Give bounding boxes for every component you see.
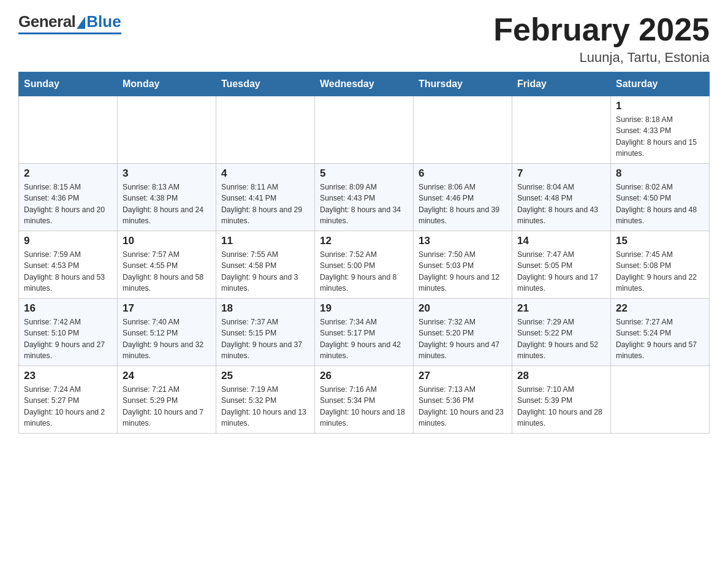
- day-info: Sunrise: 7:37 AMSunset: 5:15 PMDaylight:…: [221, 316, 309, 361]
- calendar-day-cell: 23Sunrise: 7:24 AMSunset: 5:27 PMDayligh…: [19, 366, 118, 434]
- calendar-day-cell: [315, 96, 414, 164]
- day-info: Sunrise: 8:02 AMSunset: 4:50 PMDaylight:…: [616, 182, 704, 226]
- calendar-day-cell: 18Sunrise: 7:37 AMSunset: 5:15 PMDayligh…: [216, 299, 315, 366]
- day-number: 15: [616, 235, 704, 247]
- calendar-day-cell: [118, 96, 216, 164]
- day-info: Sunrise: 7:19 AMSunset: 5:32 PMDaylight:…: [221, 384, 309, 429]
- calendar-day-cell: [19, 96, 118, 164]
- day-info: Sunrise: 7:10 AMSunset: 5:39 PMDaylight:…: [517, 384, 605, 429]
- page-header: General Blue February 2025 Luunja, Tartu…: [18, 12, 710, 66]
- day-info: Sunrise: 8:09 AMSunset: 4:43 PMDaylight:…: [320, 182, 408, 226]
- calendar-day-cell: 26Sunrise: 7:16 AMSunset: 5:34 PMDayligh…: [315, 366, 414, 434]
- calendar-week-row: 16Sunrise: 7:42 AMSunset: 5:10 PMDayligh…: [19, 299, 710, 366]
- month-title: February 2025: [493, 12, 710, 47]
- day-info: Sunrise: 7:40 AMSunset: 5:12 PMDaylight:…: [123, 316, 211, 361]
- calendar-day-cell: 2Sunrise: 8:15 AMSunset: 4:36 PMDaylight…: [19, 164, 118, 231]
- calendar-day-cell: 13Sunrise: 7:50 AMSunset: 5:03 PMDayligh…: [414, 231, 512, 299]
- calendar-week-row: 23Sunrise: 7:24 AMSunset: 5:27 PMDayligh…: [19, 366, 710, 434]
- calendar-day-cell: [216, 96, 315, 164]
- calendar-week-row: 2Sunrise: 8:15 AMSunset: 4:36 PMDaylight…: [19, 164, 710, 231]
- calendar-day-cell: 7Sunrise: 8:04 AMSunset: 4:48 PMDaylight…: [512, 164, 611, 231]
- calendar-table: Sunday Monday Tuesday Wednesday Thursday…: [18, 72, 710, 434]
- day-number: 16: [24, 302, 112, 315]
- day-number: 27: [419, 370, 507, 382]
- day-info: Sunrise: 7:27 AMSunset: 5:24 PMDaylight:…: [616, 316, 704, 361]
- day-number: 24: [123, 370, 211, 382]
- day-info: Sunrise: 7:59 AMSunset: 4:53 PMDaylight:…: [24, 249, 112, 294]
- day-info: Sunrise: 8:11 AMSunset: 4:41 PMDaylight:…: [221, 182, 309, 226]
- calendar-day-cell: 20Sunrise: 7:32 AMSunset: 5:20 PMDayligh…: [414, 299, 512, 366]
- calendar-day-cell: 25Sunrise: 7:19 AMSunset: 5:32 PMDayligh…: [216, 366, 315, 434]
- calendar-day-cell: 1Sunrise: 8:18 AMSunset: 4:33 PMDaylight…: [611, 96, 710, 164]
- day-number: 17: [123, 302, 211, 315]
- day-info: Sunrise: 7:32 AMSunset: 5:20 PMDaylight:…: [419, 316, 507, 361]
- calendar-body: 1Sunrise: 8:18 AMSunset: 4:33 PMDaylight…: [19, 96, 710, 434]
- logo: General Blue: [18, 12, 121, 34]
- calendar-week-row: 9Sunrise: 7:59 AMSunset: 4:53 PMDaylight…: [19, 231, 710, 299]
- calendar-day-cell: 16Sunrise: 7:42 AMSunset: 5:10 PMDayligh…: [19, 299, 118, 366]
- day-number: 20: [419, 302, 507, 315]
- col-tuesday: Tuesday: [216, 72, 315, 96]
- day-number: 11: [221, 235, 309, 247]
- calendar-day-cell: 14Sunrise: 7:47 AMSunset: 5:05 PMDayligh…: [512, 231, 611, 299]
- day-number: 21: [517, 302, 605, 315]
- calendar-day-cell: 21Sunrise: 7:29 AMSunset: 5:22 PMDayligh…: [512, 299, 611, 366]
- day-info: Sunrise: 8:06 AMSunset: 4:46 PMDaylight:…: [419, 182, 507, 226]
- col-monday: Monday: [118, 72, 216, 96]
- logo-general-text: General: [18, 12, 75, 31]
- day-number: 8: [616, 167, 704, 180]
- day-number: 26: [320, 370, 408, 382]
- logo-triangle-icon: [77, 17, 85, 29]
- day-number: 3: [123, 167, 211, 180]
- day-number: 7: [517, 167, 605, 180]
- day-number: 13: [419, 235, 507, 247]
- day-number: 4: [221, 167, 309, 180]
- day-number: 2: [24, 167, 112, 180]
- day-info: Sunrise: 8:15 AMSunset: 4:36 PMDaylight:…: [24, 182, 112, 226]
- calendar-day-cell: 11Sunrise: 7:55 AMSunset: 4:58 PMDayligh…: [216, 231, 315, 299]
- header-row: Sunday Monday Tuesday Wednesday Thursday…: [19, 72, 710, 96]
- calendar-day-cell: 10Sunrise: 7:57 AMSunset: 4:55 PMDayligh…: [118, 231, 216, 299]
- day-number: 18: [221, 302, 309, 315]
- day-info: Sunrise: 7:52 AMSunset: 5:00 PMDaylight:…: [320, 249, 408, 294]
- calendar-day-cell: 28Sunrise: 7:10 AMSunset: 5:39 PMDayligh…: [512, 366, 611, 434]
- day-info: Sunrise: 7:55 AMSunset: 4:58 PMDaylight:…: [221, 249, 309, 294]
- col-sunday: Sunday: [19, 72, 118, 96]
- day-number: 28: [517, 370, 605, 382]
- day-info: Sunrise: 7:57 AMSunset: 4:55 PMDaylight:…: [123, 249, 211, 294]
- title-section: February 2025 Luunja, Tartu, Estonia: [493, 12, 710, 66]
- day-info: Sunrise: 7:47 AMSunset: 5:05 PMDaylight:…: [517, 249, 605, 294]
- day-number: 22: [616, 302, 704, 315]
- logo-blue-text: Blue: [86, 12, 121, 31]
- day-info: Sunrise: 7:16 AMSunset: 5:34 PMDaylight:…: [320, 384, 408, 429]
- calendar-day-cell: 24Sunrise: 7:21 AMSunset: 5:29 PMDayligh…: [118, 366, 216, 434]
- day-info: Sunrise: 7:50 AMSunset: 5:03 PMDaylight:…: [419, 249, 507, 294]
- day-info: Sunrise: 8:04 AMSunset: 4:48 PMDaylight:…: [517, 182, 605, 226]
- location-text: Luunja, Tartu, Estonia: [493, 50, 710, 66]
- calendar-day-cell: 12Sunrise: 7:52 AMSunset: 5:00 PMDayligh…: [315, 231, 414, 299]
- day-number: 10: [123, 235, 211, 247]
- day-info: Sunrise: 7:42 AMSunset: 5:10 PMDaylight:…: [24, 316, 112, 361]
- day-info: Sunrise: 8:18 AMSunset: 4:33 PMDaylight:…: [616, 114, 704, 159]
- day-info: Sunrise: 7:13 AMSunset: 5:36 PMDaylight:…: [419, 384, 507, 429]
- day-number: 12: [320, 235, 408, 247]
- day-number: 14: [517, 235, 605, 247]
- calendar-day-cell: 8Sunrise: 8:02 AMSunset: 4:50 PMDaylight…: [611, 164, 710, 231]
- col-thursday: Thursday: [414, 72, 512, 96]
- calendar-day-cell: 22Sunrise: 7:27 AMSunset: 5:24 PMDayligh…: [611, 299, 710, 366]
- day-number: 23: [24, 370, 112, 382]
- col-saturday: Saturday: [611, 72, 710, 96]
- day-number: 5: [320, 167, 408, 180]
- day-info: Sunrise: 7:24 AMSunset: 5:27 PMDaylight:…: [24, 384, 112, 429]
- logo-underline: [18, 33, 121, 34]
- day-number: 6: [419, 167, 507, 180]
- calendar-day-cell: 15Sunrise: 7:45 AMSunset: 5:08 PMDayligh…: [611, 231, 710, 299]
- day-info: Sunrise: 7:34 AMSunset: 5:17 PMDaylight:…: [320, 316, 408, 361]
- calendar-day-cell: 17Sunrise: 7:40 AMSunset: 5:12 PMDayligh…: [118, 299, 216, 366]
- calendar-day-cell: 6Sunrise: 8:06 AMSunset: 4:46 PMDaylight…: [414, 164, 512, 231]
- calendar-header: Sunday Monday Tuesday Wednesday Thursday…: [19, 72, 710, 96]
- calendar-week-row: 1Sunrise: 8:18 AMSunset: 4:33 PMDaylight…: [19, 96, 710, 164]
- calendar-day-cell: 9Sunrise: 7:59 AMSunset: 4:53 PMDaylight…: [19, 231, 118, 299]
- calendar-day-cell: 3Sunrise: 8:13 AMSunset: 4:38 PMDaylight…: [118, 164, 216, 231]
- calendar-day-cell: [414, 96, 512, 164]
